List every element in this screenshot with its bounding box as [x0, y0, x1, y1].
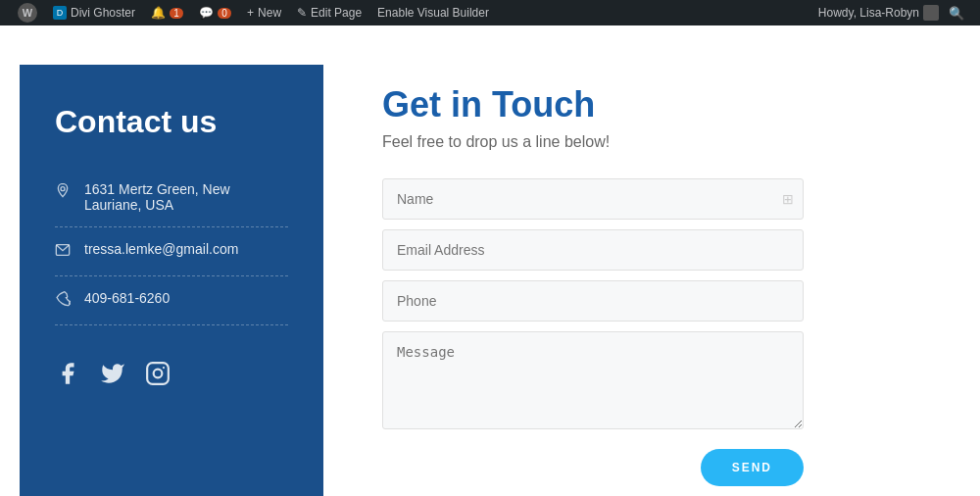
adminbar-left: W D Divi Ghoster 🔔 1 💬 0 + New ✎ Edit Pa…	[10, 0, 818, 25]
email-field-wrapper	[382, 229, 804, 271]
phone-text: 409-681-6260	[84, 290, 170, 306]
pencil-icon: ✎	[297, 6, 307, 20]
svg-point-3	[154, 370, 163, 378]
adminbar-right: Howdy, Lisa-Robyn 🔍	[818, 5, 970, 21]
comment-icon: 💬	[199, 6, 214, 20]
send-button[interactable]: SEND	[701, 449, 804, 486]
wp-logo-button[interactable]: W	[10, 0, 45, 25]
form-title: Get in Touch	[382, 84, 921, 125]
user-greeting: Howdy, Lisa-Robyn	[818, 6, 919, 20]
admin-bar: W D Divi Ghoster 🔔 1 💬 0 + New ✎ Edit Pa…	[0, 0, 980, 25]
email-icon	[55, 242, 73, 262]
phone-input[interactable]	[382, 280, 804, 322]
email-item: tressa.lemke@gmail.com	[55, 227, 288, 276]
email-text: tressa.lemke@gmail.com	[84, 241, 238, 257]
svg-rect-2	[147, 363, 169, 384]
new-button[interactable]: + New	[239, 0, 289, 25]
social-icons	[55, 361, 288, 393]
facebook-icon[interactable]	[55, 361, 80, 393]
email-input[interactable]	[382, 229, 804, 271]
svg-point-4	[163, 367, 165, 369]
phone-icon	[55, 291, 73, 311]
plus-icon: +	[247, 6, 254, 20]
contact-info-panel: Contact us 1631 Mertz Green, New Laurian…	[20, 65, 323, 496]
message-textarea[interactable]	[382, 331, 804, 429]
divi-icon: D	[53, 6, 67, 20]
wp-logo-icon: W	[18, 3, 37, 23]
form-subtitle: Feel free to drop us a line below!	[382, 133, 921, 151]
svg-point-0	[61, 187, 65, 191]
name-field-icon: ⊞	[782, 191, 794, 207]
message-field-wrapper	[382, 331, 804, 433]
visual-builder-label: Enable Visual Builder	[377, 6, 489, 20]
address-item: 1631 Mertz Green, New Lauriane, USA	[55, 168, 288, 227]
page-wrapper: Contact us 1631 Mertz Green, New Laurian…	[0, 25, 980, 496]
address-text: 1631 Mertz Green, New Lauriane, USA	[84, 181, 288, 213]
site-name: Divi Ghoster	[71, 6, 135, 20]
visual-builder-button[interactable]: Enable Visual Builder	[369, 0, 497, 25]
instagram-icon[interactable]	[145, 361, 171, 393]
name-field-wrapper: ⊞	[382, 178, 804, 220]
comments-button[interactable]: 💬 0	[191, 0, 239, 25]
contact-layout: Contact us 1631 Mertz Green, New Laurian…	[0, 25, 980, 496]
search-icon[interactable]: 🔍	[943, 6, 970, 21]
new-label: New	[258, 6, 281, 20]
contact-panel-title: Contact us	[55, 104, 288, 140]
comments-badge: 0	[218, 8, 231, 19]
edit-page-button[interactable]: ✎ Edit Page	[289, 0, 369, 25]
form-actions: SEND	[382, 443, 804, 486]
edit-page-label: Edit Page	[311, 6, 362, 20]
phone-field-wrapper	[382, 280, 804, 322]
user-avatar	[923, 5, 939, 21]
notifications-button[interactable]: 🔔 1	[143, 0, 191, 25]
phone-item: 409-681-6260	[55, 276, 288, 325]
twitter-icon[interactable]	[100, 361, 125, 393]
divi-ghoster-button[interactable]: D Divi Ghoster	[45, 0, 143, 25]
location-icon	[55, 182, 73, 202]
bell-icon: 🔔	[151, 6, 166, 20]
notifications-badge: 1	[170, 8, 183, 19]
name-input[interactable]	[382, 178, 804, 220]
contact-form-panel: Get in Touch Feel free to drop us a line…	[323, 65, 960, 496]
